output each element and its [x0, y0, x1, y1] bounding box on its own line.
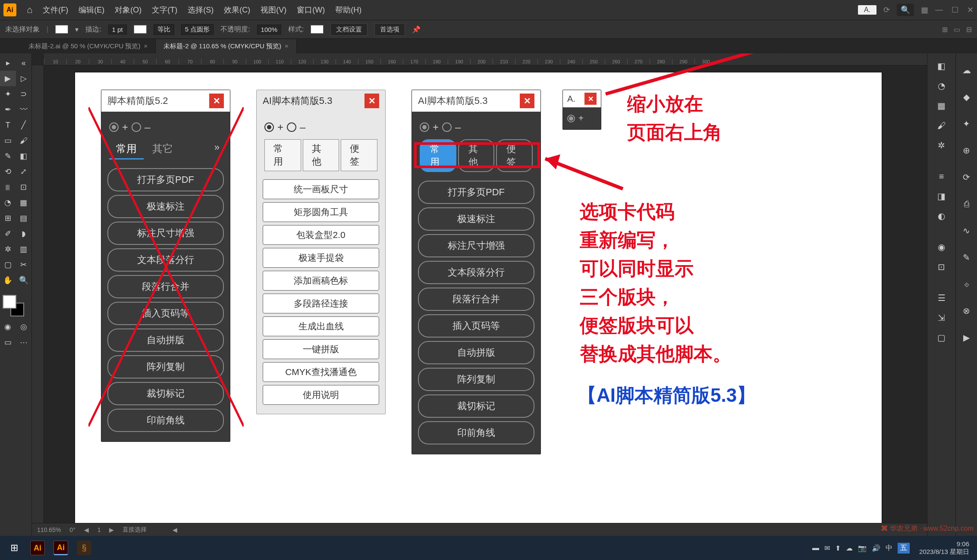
- appearance-icon[interactable]: ◉: [933, 239, 950, 255]
- graph-tool[interactable]: ▥: [16, 241, 32, 257]
- perspective-tool[interactable]: ▦: [16, 195, 32, 210]
- pen-tool[interactable]: ✒: [0, 102, 16, 117]
- scroll-left-icon[interactable]: ◀: [173, 526, 177, 533]
- transparency-icon[interactable]: ◐: [933, 208, 950, 224]
- paintbrush-tool[interactable]: 🖌: [16, 133, 32, 148]
- tray-icon[interactable]: ▬: [812, 544, 819, 552]
- panel-icon-d[interactable]: ⟳: [958, 169, 975, 185]
- artboards-icon[interactable]: ▢: [933, 329, 950, 346]
- stroke-swatch[interactable]: [134, 25, 147, 34]
- libraries-icon[interactable]: ☁: [958, 62, 975, 78]
- close-button[interactable]: ✕: [520, 94, 534, 108]
- script-button[interactable]: 极速标注: [418, 207, 534, 231]
- menu-object[interactable]: 对象(O): [115, 5, 141, 15]
- free-transform-tool[interactable]: ⊡: [16, 179, 32, 195]
- artboard-tool[interactable]: ▢: [0, 257, 16, 272]
- script-button[interactable]: 多段路径连接: [263, 294, 379, 313]
- collapse-icon[interactable]: «: [16, 55, 32, 71]
- width-tool[interactable]: ⫼: [0, 179, 16, 195]
- tray-icon[interactable]: ✉: [824, 544, 830, 552]
- menu-file[interactable]: 文件(F): [43, 5, 68, 15]
- slice-tool[interactable]: ✂: [16, 257, 32, 272]
- tab-notes[interactable]: 便签: [341, 139, 377, 171]
- window-maximize[interactable]: ☐: [952, 5, 958, 15]
- artboard-number[interactable]: 1: [97, 526, 101, 533]
- color-icon[interactable]: ◔: [933, 78, 950, 94]
- script-button[interactable]: 统一画板尺寸: [263, 179, 379, 199]
- radio-1[interactable]: [420, 122, 429, 132]
- triangle-icon[interactable]: ▸: [0, 55, 16, 71]
- opt-icon-3[interactable]: ⊟: [966, 25, 972, 34]
- pin-icon[interactable]: 📌: [412, 25, 421, 34]
- script-button[interactable]: 一键拼版: [263, 339, 379, 359]
- radio-2[interactable]: [442, 122, 452, 132]
- rectangle-tool[interactable]: ▭: [0, 133, 16, 148]
- script-button[interactable]: 文本段落分行: [418, 261, 534, 284]
- taskbar-app-ai[interactable]: Ai: [27, 538, 48, 557]
- asset-export-icon[interactable]: ⇲: [933, 310, 950, 326]
- script-button[interactable]: 包装盒型2.0: [263, 225, 379, 245]
- screen-mode-icon[interactable]: ▭: [0, 335, 16, 350]
- stroke-icon[interactable]: ≡: [933, 168, 950, 185]
- close-button[interactable]: ✕: [364, 94, 379, 108]
- opt-icon-2[interactable]: ▭: [954, 25, 960, 34]
- swatches-icon[interactable]: ▦: [933, 97, 950, 114]
- taskbar-clock[interactable]: 9:06 2023/8/13 星期日: [915, 540, 974, 556]
- radio-1[interactable]: [567, 115, 575, 122]
- arrange-icon[interactable]: ▦: [921, 5, 928, 15]
- direct-selection-tool[interactable]: ▷: [16, 71, 32, 86]
- script-button[interactable]: 裁切标记: [418, 394, 534, 418]
- script-button[interactable]: 极速手提袋: [263, 248, 379, 268]
- tab-other[interactable]: 其他: [303, 139, 339, 171]
- sync-icon[interactable]: ⟳: [883, 5, 890, 15]
- zoom-level[interactable]: 110.65%: [37, 526, 61, 533]
- script-button[interactable]: 矩形圆角工具: [263, 202, 379, 222]
- rotate-tool[interactable]: ⟲: [0, 164, 16, 179]
- zoom-tool[interactable]: 🔍: [16, 272, 32, 288]
- layers-icon[interactable]: ☰: [933, 290, 950, 306]
- script-button[interactable]: 阵列复制: [418, 368, 534, 391]
- script-button[interactable]: CMYK查找潘通色: [263, 362, 379, 382]
- lasso-tool[interactable]: ⊃: [16, 86, 32, 102]
- symbol-sprayer-tool[interactable]: ✲: [0, 241, 16, 257]
- panel-icon-i[interactable]: ⊗: [958, 303, 975, 319]
- gradient-tool[interactable]: ▤: [16, 210, 32, 226]
- color-swatches[interactable]: [0, 292, 31, 319]
- tab-common[interactable]: 常用: [264, 139, 301, 171]
- close-button[interactable]: ✕: [584, 93, 597, 105]
- shaper-tool[interactable]: ✎: [0, 148, 16, 164]
- radio-2[interactable]: [287, 122, 296, 132]
- panel-icon-j[interactable]: ▶: [958, 329, 975, 346]
- menu-window[interactable]: 窗口(W): [297, 5, 325, 15]
- tray-icon[interactable]: ☁: [846, 544, 853, 552]
- fill-dropdown-icon[interactable]: ▾: [75, 25, 79, 34]
- radio-1[interactable]: [264, 122, 274, 132]
- canvas-area[interactable]: 1020304050607080901001101201301401501601…: [32, 53, 927, 536]
- opt-icon-1[interactable]: ⊞: [942, 25, 948, 34]
- style-swatch[interactable]: [311, 25, 324, 34]
- menu-edit[interactable]: 编辑(E): [79, 5, 104, 15]
- script-button[interactable]: 插入页码等: [418, 314, 534, 338]
- panel-icon-h[interactable]: ⟐: [958, 276, 975, 292]
- shape-builder-tool[interactable]: ◔: [0, 195, 16, 210]
- fill-mode-icon[interactable]: ◉: [0, 319, 16, 335]
- doc-setup-button[interactable]: 文档设置: [330, 23, 368, 36]
- doc-tab-2[interactable]: 未标题-2 @ 110.65 % (CMYK/CPU 预览)×: [156, 39, 297, 53]
- eyedropper-tool[interactable]: ✐: [0, 226, 16, 241]
- doc-tab-1[interactable]: 未标题-2.ai @ 50 % (CMYK/CPU 预览)×: [21, 39, 156, 53]
- draw-mode-icon[interactable]: ◎: [16, 319, 32, 335]
- menu-select[interactable]: 选择(S): [188, 5, 214, 15]
- hand-tool[interactable]: ✋: [0, 272, 16, 288]
- script-button[interactable]: 生成出血线: [263, 316, 379, 336]
- home-icon[interactable]: ⌂: [27, 4, 32, 16]
- rotate-value[interactable]: 0°: [69, 526, 75, 533]
- docked-mini-panel[interactable]: A.: [858, 5, 876, 15]
- edit-toolbar-icon[interactable]: ⋯: [16, 335, 32, 350]
- close-icon[interactable]: ×: [285, 42, 289, 50]
- artboard-next-icon[interactable]: ▶: [109, 526, 114, 533]
- panel-icon-b[interactable]: ✦: [958, 116, 975, 132]
- window-minimize[interactable]: ―: [935, 5, 943, 15]
- menu-type[interactable]: 文字(T): [152, 5, 177, 15]
- script-button[interactable]: 使用说明: [263, 385, 379, 405]
- window-close[interactable]: ✕: [967, 5, 974, 15]
